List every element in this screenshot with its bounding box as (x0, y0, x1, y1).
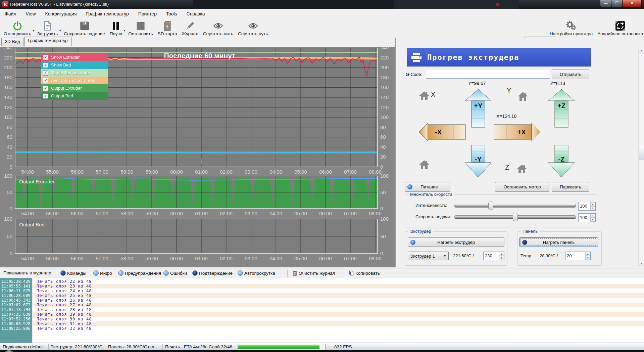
log-button[interactable]: Журнал (180, 18, 201, 37)
emergency-stop-button[interactable]: Аварийная остановка (595, 18, 644, 37)
printer-settings-button[interactable]: Настройки принтера (547, 18, 595, 37)
svg-text:120: 120 (4, 104, 12, 110)
scroll-down-icon[interactable]: ▼ (639, 261, 644, 266)
log-list[interactable]: 11:05:38.420Печать слоя 22 из 4811:05:55… (0, 278, 644, 343)
spinner-arrows-icon[interactable]: ▲▼ (590, 214, 595, 222)
menu-tools[interactable]: Tools (166, 11, 177, 16)
heat-bed-button[interactable]: Нагреть панель (519, 237, 598, 247)
load-button[interactable]: Загрузить (35, 18, 60, 37)
svg-text:08:00: 08:00 (369, 169, 382, 175)
log-filter-4[interactable]: Ошибки (163, 270, 187, 276)
legend-checkbox[interactable]: ✓ (43, 93, 48, 99)
feedrate-spinner[interactable]: 100 ▲▼ (578, 213, 596, 222)
log-filter-6[interactable]: Автопрокрутка (238, 270, 275, 276)
menu-file[interactable]: Файл (5, 11, 16, 16)
menu-temperature-chart[interactable]: График температур (86, 11, 129, 16)
title-bar[interactable]: R Repetier-Host V0.95F - ListViewItem: {… (0, 0, 644, 9)
log-filter-label: Показывать в журнале: (3, 270, 52, 275)
menu-printer[interactable]: Принтер (138, 11, 157, 16)
hide-filament-button[interactable]: Спрятать нить (201, 18, 236, 37)
legend-checkbox[interactable]: ✓ (43, 78, 48, 83)
svg-text:07:00: 07:00 (344, 211, 357, 216)
extruder-target-spinner[interactable]: 230 ▲▼ (483, 252, 504, 260)
legend-checkbox[interactable]: ✓ (43, 62, 48, 68)
copy-log-button[interactable]: Копировать (349, 270, 380, 276)
scroll-up-icon[interactable]: ▲ (639, 48, 644, 53)
log-timestamp: 11:05:38.420 (0, 279, 33, 284)
legend-checkbox[interactable]: ✓ (43, 55, 48, 60)
jog-minus-x-button[interactable]: -X (419, 123, 466, 141)
menu-configuration[interactable]: Конфигурация (45, 11, 77, 16)
feedrate-slider[interactable] (454, 215, 576, 219)
intensity-spinner[interactable]: 100 ▲▼ (578, 202, 596, 211)
svg-text:05:00: 05:00 (294, 211, 307, 216)
log-filter-1[interactable]: Команды (60, 270, 86, 276)
disconnect-dropdown-caret[interactable]: ▼ (32, 29, 35, 32)
minimize-button[interactable]: — (600, 0, 611, 7)
view-tabstrip: 3D-Вид График температур (1, 38, 72, 46)
svg-text:00:00: 00:00 (170, 256, 183, 261)
park-button[interactable]: Парковать (552, 182, 589, 192)
home-z-icon[interactable] (517, 165, 527, 174)
scrollbar-thumb[interactable] (639, 145, 644, 160)
jog-plus-z-button[interactable]: +Z (548, 89, 575, 128)
legend-checkbox[interactable]: ✓ (43, 86, 48, 91)
tab-temperature-chart[interactable]: График температур (24, 37, 71, 46)
heat-extruder-button[interactable]: Нагреть экструдер (408, 237, 504, 247)
save-job-button[interactable]: Сохранить задание (61, 18, 107, 37)
menu-help[interactable]: Справка (187, 11, 205, 16)
svg-text:06:00: 06:00 (319, 256, 332, 261)
svg-text:Output Bed: Output Bed (19, 222, 45, 227)
floppy-icon (80, 20, 89, 31)
svg-text:04:00: 04:00 (269, 256, 282, 261)
log-filter-3[interactable]: Предупраждения (118, 270, 161, 276)
svg-text:59:00: 59:00 (145, 169, 158, 175)
power-button[interactable]: Питание (405, 182, 450, 192)
jog-minus-y-button[interactable]: -Y (465, 145, 491, 177)
svg-text:55:00: 55:00 (46, 169, 59, 175)
background-window-fragment (394, 0, 518, 9)
feedrate-slider-thumb[interactable] (513, 213, 518, 221)
pause-button[interactable]: Пауза (107, 18, 125, 37)
log-filter-2[interactable]: Инфо (93, 270, 112, 276)
legend-checkbox[interactable]: ✓ (43, 70, 48, 76)
send-button[interactable]: Отправить (552, 70, 589, 79)
extruder-select[interactable]: Экструдер 1▼ (408, 252, 449, 260)
stop-motor-button[interactable]: Остановить мотор (495, 182, 549, 192)
bed-target-spinner[interactable]: 20 ▲▼ (565, 252, 591, 260)
toolbar-separator (287, 270, 288, 277)
intensity-slider[interactable] (454, 204, 576, 208)
log-filter-5[interactable]: Подтверждение (192, 270, 233, 276)
home-y-icon[interactable] (518, 92, 528, 101)
hide-travel-button[interactable]: Спрятать путь (236, 18, 270, 37)
home-x-icon[interactable] (419, 91, 429, 100)
pause-dropdown-caret[interactable]: ▼ (123, 29, 126, 32)
spinner-arrows-icon[interactable]: ▲▼ (585, 252, 590, 260)
home-all-icon[interactable] (419, 160, 429, 169)
control-panel-scrollbar[interactable]: ▲ ▼ (638, 47, 644, 267)
intensity-slider-thumb[interactable] (488, 202, 493, 210)
maximize-button[interactable]: ❐ (611, 0, 623, 7)
disconnect-button[interactable]: Отсоединить (1, 18, 34, 37)
jog-plus-x-button[interactable]: +X (494, 123, 541, 141)
jog-minus-z-button[interactable]: -Z (548, 145, 575, 177)
sd-card-icon (163, 20, 171, 31)
clear-log-button[interactable]: Очистить журнал (293, 270, 335, 276)
svg-text:03:00: 03:00 (245, 169, 257, 175)
close-button[interactable]: ✕ (622, 0, 642, 7)
load-dropdown-caret[interactable]: ▼ (59, 29, 61, 32)
log-row: 11:06:11.875Печать слоя 24 из 48 (0, 289, 644, 293)
tab-3d-view[interactable]: 3D-Вид (1, 38, 23, 46)
chart-title: Последние 60 минут (128, 52, 272, 60)
spinner-arrows-icon[interactable]: ▲▼ (590, 202, 595, 210)
gcode-input[interactable] (426, 70, 550, 79)
copy-icon (349, 270, 354, 276)
log-row: 11:07:35.639Печать слоя 29 из 48 (0, 312, 644, 317)
sd-card-button[interactable]: SD-карта (155, 18, 180, 37)
jog-plus-y-button[interactable]: +Y (465, 89, 491, 128)
spinner-arrows-icon[interactable]: ▲▼ (499, 252, 504, 260)
x-axis-letter: X (431, 91, 435, 98)
menu-view[interactable]: View (26, 11, 36, 16)
stop-button[interactable]: Остановить (126, 18, 155, 37)
svg-text:57:00: 57:00 (96, 256, 108, 261)
